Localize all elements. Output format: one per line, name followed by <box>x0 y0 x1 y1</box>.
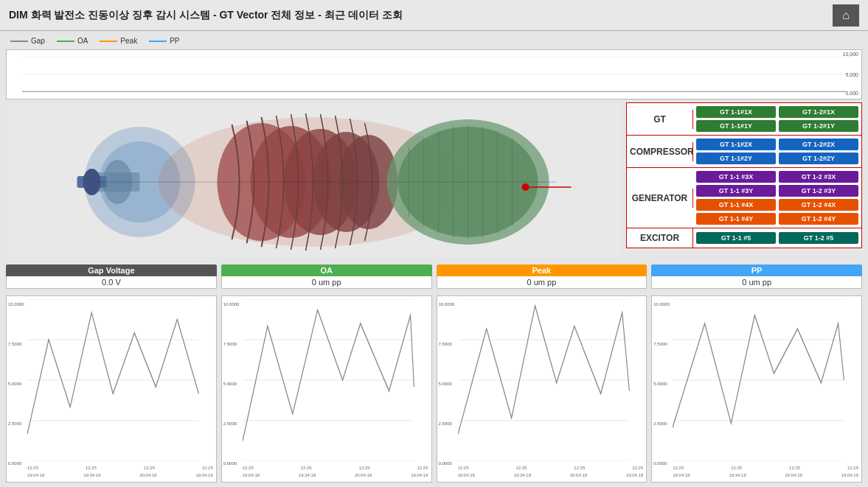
component-row-compressor: COMPRESSOR GT 1-1#2X GT 1-2#2X GT 1-1#2Y… <box>626 135 862 167</box>
component-buttons-gt: GT 1-1#1X GT 1-2#1X GT 1-1#1Y GT 1-2#1Y <box>693 103 861 135</box>
btn-comp-1-2x[interactable]: GT 1-1#2X <box>696 139 776 150</box>
chart-oa-x-sublabels: 19:04:18 19:34:18 20:04:18 19:04:18 <box>243 473 428 477</box>
btn-row-gen-1: GT 1-1 #3X GT 1-2 #3X <box>696 171 858 183</box>
legend-pp-line <box>149 41 167 42</box>
component-row-excitor: EXCITOR GT 1-1 #5 GT 1-2 #5 <box>626 228 862 248</box>
measure-label-oa: OA <box>221 264 432 276</box>
legend-peak: Peak <box>100 37 137 45</box>
chart-gap-x-labels: 12:25 12:25 12:25 12:25 <box>27 466 213 470</box>
btn-gt-1-1x[interactable]: GT 1-1#1X <box>696 106 776 118</box>
measure-value-gap: 0.0 V <box>6 276 217 289</box>
legend-oa-label: OA <box>77 37 88 45</box>
btn-gen-1-4y[interactable]: GT 1-1 #4Y <box>696 213 776 225</box>
chart-peak-x-labels: 12:25 12:25 12:25 12:25 <box>458 466 644 470</box>
btn-row-exc-1: GT 1-1 #5 GT 1-2 #5 <box>696 232 858 244</box>
btn-row-comp-2: GT 1-1#2Y GT 1-2#2Y <box>696 153 858 164</box>
engine-area <box>6 102 620 257</box>
chart-peak: 10.0000 7.5000 5.0000 2.5000 0.0000 12:2… <box>437 295 647 483</box>
measure-card-oa: OA 0 um pp <box>221 260 432 292</box>
legend-oa: OA <box>57 37 88 45</box>
btn-gen-2-4x[interactable]: GT 1-2 #4X <box>779 199 858 211</box>
legend-pp: PP <box>149 37 179 45</box>
chart-pp-svg <box>673 299 858 461</box>
measure-value-oa: 0 um pp <box>221 276 432 289</box>
legend-peak-label: Peak <box>120 37 137 45</box>
measure-value-peak: 0 um pp <box>437 276 647 289</box>
legend-gap-label: Gap <box>31 37 45 45</box>
chart-oa-x-labels: 12:25 12:25 12:25 12:25 <box>243 466 428 470</box>
chart-pp-x-labels: 12:25 12:25 12:25 12:25 <box>673 466 858 470</box>
component-row-generator: GENERATOR GT 1-1 #3X GT 1-2 #3X GT 1-1 #… <box>626 167 862 228</box>
legend-peak-line <box>100 41 117 42</box>
measure-card-gap: Gap Voltage 0.0 V <box>6 260 217 292</box>
top-chart: 10,000 5,000 0,000 <box>6 49 862 99</box>
measure-label-pp: PP <box>651 264 862 276</box>
page-title: DIM 화력 발전소 진동이상 징후 감시 시스템 - GT Vector 전체… <box>9 9 403 22</box>
chart-gap-x-sublabels: 19:04:18 19:34:18 20:04:18 19:04:18 <box>27 473 213 477</box>
btn-gen-2-4y[interactable]: GT 1-2 #4Y <box>779 213 858 225</box>
component-label-compressor: COMPRESSOR <box>627 142 693 161</box>
measure-card-pp: PP 0 um pp <box>651 260 862 292</box>
measurement-section: Gap Voltage 0.0 V OA 0 um pp Peak 0 um p… <box>6 260 862 292</box>
chart-peak-svg <box>458 299 644 461</box>
component-buttons-generator: GT 1-1 #3X GT 1-2 #3X GT 1-1 #3Y GT 1-2 … <box>693 168 861 228</box>
chart-gap-svg <box>27 299 213 461</box>
content-area: Gap OA Peak PP 10,000 5,000 0,000 <box>0 31 868 487</box>
btn-comp-1-2y[interactable]: GT 1-1#2Y <box>696 153 776 164</box>
charts-section: 10.0000 7.5000 5.0000 2.5000 0.0000 12:2… <box>6 295 862 483</box>
top-chart-y-max: 10,000 <box>843 52 858 57</box>
component-row-gt: GT GT 1-1#1X GT 1-2#1X GT 1-1#1Y GT 1-2#… <box>626 102 862 135</box>
chart-pp-y-labels: 10.0000 7.5000 5.0000 2.5000 0.0000 <box>653 302 670 466</box>
component-panel: GT GT 1-1#1X GT 1-2#1X GT 1-1#1Y GT 1-2#… <box>626 102 862 257</box>
btn-row-gt-1: GT 1-1#1X GT 1-2#1X <box>696 106 858 118</box>
main-container: DIM 화력 발전소 진동이상 징후 감시 시스템 - GT Vector 전체… <box>0 0 868 487</box>
component-buttons-compressor: GT 1-1#2X GT 1-2#2X GT 1-1#2Y GT 1-2#2Y <box>693 136 861 167</box>
header: DIM 화력 발전소 진동이상 징후 감시 시스템 - GT Vector 전체… <box>0 0 868 31</box>
chart-pp-x-sublabels: 19:04:18 19:34:18 20:04:18 19:04:18 <box>673 473 858 477</box>
component-label-gt: GT <box>627 110 693 129</box>
btn-row-gt-2: GT 1-1#1Y GT 1-2#1Y <box>696 120 858 132</box>
legend-oa-line <box>57 41 74 42</box>
btn-exc-1-5[interactable]: GT 1-1 #5 <box>696 232 776 244</box>
svg-point-26 <box>522 183 530 191</box>
home-icon: ⌂ <box>842 9 850 22</box>
top-chart-y-mid: 5,000 <box>845 72 858 77</box>
chart-peak-y-labels: 10.0000 7.5000 5.0000 2.5000 0.0000 <box>439 302 455 466</box>
component-buttons-excitor: GT 1-1 #5 GT 1-2 #5 <box>693 229 861 247</box>
btn-gt-1-2x[interactable]: GT 1-2#1X <box>779 106 858 118</box>
legend-pp-label: PP <box>170 37 179 45</box>
engine-svg <box>6 102 620 257</box>
chart-oa: 10.0000 7.5000 5.0000 2.5000 0.0000 12:2… <box>221 295 432 483</box>
btn-comp-2-2x[interactable]: GT 1-2#2X <box>779 139 858 150</box>
chart-oa-svg <box>243 299 428 461</box>
btn-gen-1-4x[interactable]: GT 1-1 #4X <box>696 199 776 211</box>
home-button[interactable]: ⌂ <box>833 4 859 27</box>
chart-pp: 10.0000 7.5000 5.0000 2.5000 0.0000 12:2… <box>651 295 862 483</box>
btn-row-gen-3: GT 1-1 #4X GT 1-2 #4X <box>696 199 858 211</box>
measure-value-pp: 0 um pp <box>651 276 862 289</box>
btn-gen-2-3x[interactable]: GT 1-2 #3X <box>779 171 858 183</box>
top-chart-y-min: 0,000 <box>845 91 858 96</box>
middle-section: GT GT 1-1#1X GT 1-2#1X GT 1-1#1Y GT 1-2#… <box>6 102 862 257</box>
measure-card-peak: Peak 0 um pp <box>437 260 647 292</box>
legend-bar: Gap OA Peak PP <box>6 35 862 46</box>
measure-label-gap: Gap Voltage <box>6 264 217 276</box>
btn-gen-2-3y[interactable]: GT 1-2 #3Y <box>779 185 858 197</box>
component-label-excitor: EXCITOR <box>627 228 693 248</box>
btn-gt-1-1y[interactable]: GT 1-1#1Y <box>696 120 776 132</box>
component-label-generator: GENERATOR <box>627 189 693 208</box>
measure-label-peak: Peak <box>437 264 647 276</box>
btn-gen-1-3y[interactable]: GT 1-1 #3Y <box>696 185 776 197</box>
legend-gap-line <box>10 41 28 42</box>
btn-exc-2-5[interactable]: GT 1-2 #5 <box>779 232 858 244</box>
legend-gap: Gap <box>10 37 45 45</box>
btn-gen-1-3x[interactable]: GT 1-1 #3X <box>696 171 776 183</box>
btn-row-comp-1: GT 1-1#2X GT 1-2#2X <box>696 139 858 150</box>
chart-oa-y-labels: 10.0000 7.5000 5.0000 2.5000 0.0000 <box>223 302 240 466</box>
chart-gap-y-labels: 10.0000 7.5000 5.0000 2.5000 0.0000 <box>8 302 24 466</box>
btn-row-gen-4: GT 1-1 #4Y GT 1-2 #4Y <box>696 213 858 225</box>
btn-comp-2-2y[interactable]: GT 1-2#2Y <box>779 153 858 164</box>
chart-gap: 10.0000 7.5000 5.0000 2.5000 0.0000 12:2… <box>6 295 217 483</box>
btn-gt-1-2y[interactable]: GT 1-2#1Y <box>779 120 858 132</box>
top-chart-svg <box>7 50 861 99</box>
